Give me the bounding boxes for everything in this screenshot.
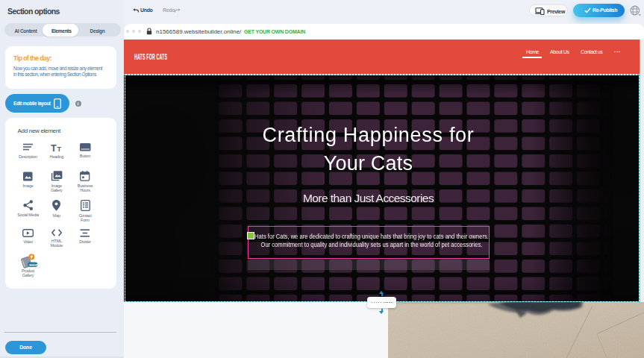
svg-text:T: T <box>51 143 57 152</box>
svg-text:T: T <box>57 145 62 153</box>
svg-text:SHOP: SHOP <box>29 263 37 267</box>
